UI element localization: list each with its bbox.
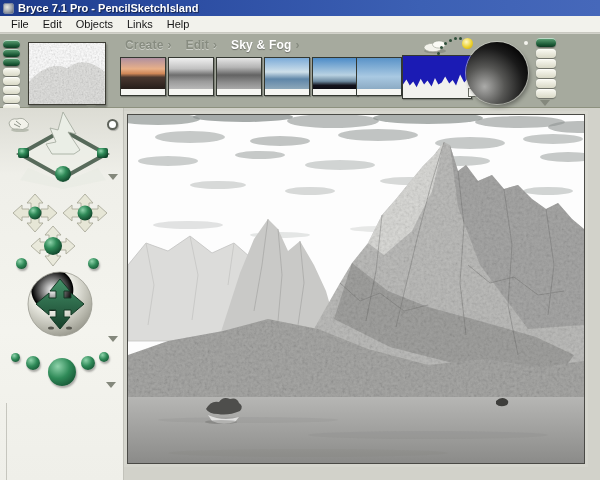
camera-trackball[interactable]	[27, 271, 93, 337]
camera-control-ball[interactable]	[16, 258, 27, 269]
trackball-marker-dot	[524, 41, 528, 45]
menu-objects[interactable]: Objects	[69, 17, 120, 31]
mode-tabs: Create › Edit › Sky & Fog ›	[125, 37, 314, 53]
sky-preset-gray-a[interactable]	[168, 57, 214, 96]
preset-strip	[265, 89, 309, 95]
bryce-window: Bryce 7.1 Pro - PencilSketchIsland File …	[0, 0, 600, 480]
sidebar-seam	[6, 403, 7, 480]
flyout-triangle-icon[interactable]	[108, 174, 118, 180]
left-pill-button-5[interactable]	[3, 77, 20, 85]
camera-pan-cross[interactable]	[30, 225, 76, 267]
sun-position-trackball[interactable]	[466, 42, 528, 104]
render-control-sphere[interactable]	[26, 356, 40, 370]
sky-preset-blue-haze[interactable]	[264, 57, 310, 96]
preset-image	[313, 58, 357, 89]
preset-strip	[217, 89, 261, 95]
rendered-scene	[128, 115, 584, 463]
preset-image	[217, 58, 261, 89]
sky-preset-sunset[interactable]	[120, 57, 166, 96]
left-pill-button-2[interactable]	[3, 49, 20, 57]
render-control-sphere[interactable]	[11, 353, 20, 362]
right-flyout-triangle-icon[interactable]	[540, 100, 550, 106]
camera-control-ball[interactable]	[88, 258, 99, 269]
chevron-right-icon: ›	[296, 38, 300, 52]
sun-icon[interactable]	[462, 38, 473, 49]
right-pill-button-2[interactable]	[536, 49, 556, 58]
tab-edit[interactable]: Edit ›	[186, 38, 217, 52]
menu-edit[interactable]: Edit	[36, 17, 69, 31]
tab-create[interactable]: Create ›	[125, 38, 172, 52]
left-pill-button-6[interactable]	[3, 86, 20, 94]
right-pill-button-4[interactable]	[536, 69, 556, 78]
sun-trail-dot	[444, 42, 447, 45]
render-viewport[interactable]	[124, 111, 588, 467]
title-bar[interactable]: Bryce 7.1 Pro - PencilSketchIsland	[0, 0, 600, 16]
sky-preset-clear-blue[interactable]	[356, 57, 402, 96]
tab-sky-fog[interactable]: Sky & Fog ›	[231, 38, 299, 52]
sun-trail-dot	[459, 37, 462, 40]
menu-file[interactable]: File	[4, 17, 36, 31]
preset-image	[121, 58, 165, 89]
bryce-app-icon	[3, 3, 14, 14]
menu-links[interactable]: Links	[120, 17, 160, 31]
left-pill-button-3[interactable]	[3, 58, 20, 66]
terrain-view-control[interactable]	[16, 110, 110, 190]
preset-image	[169, 58, 213, 89]
preset-strip	[169, 89, 213, 95]
flyout-triangle-icon[interactable]	[106, 382, 116, 388]
menu-help[interactable]: Help	[160, 17, 197, 31]
chevron-right-icon: ›	[213, 38, 217, 52]
chevron-right-icon: ›	[168, 38, 172, 52]
flyout-triangle-icon[interactable]	[108, 336, 118, 342]
render-control-sphere[interactable]	[48, 358, 76, 386]
preset-strip	[121, 89, 165, 95]
sun-trail-dot	[454, 37, 457, 40]
sky-preset-custom-histogram[interactable]	[402, 55, 472, 99]
menu-bar: File Edit Objects Links Help	[0, 16, 600, 33]
sun-trail-dot	[440, 46, 443, 49]
nano-preview[interactable]	[28, 42, 106, 105]
preset-image	[357, 58, 401, 89]
preset-strip	[357, 89, 401, 95]
sun-trail-dot	[437, 52, 440, 55]
camera-control-sidebar	[0, 108, 124, 480]
sun-trail-dot	[449, 39, 452, 42]
preset-strip	[313, 89, 357, 95]
sky-preset-storm[interactable]	[312, 57, 358, 96]
right-pill-button-6[interactable]	[536, 89, 556, 98]
left-pill-button-7[interactable]	[3, 95, 20, 103]
left-pill-button-1[interactable]	[3, 40, 20, 48]
render-control-sphere[interactable]	[99, 352, 109, 362]
right-pill-button-3[interactable]	[536, 59, 556, 68]
preset-image	[265, 58, 309, 89]
window-title: Bryce 7.1 Pro - PencilSketchIsland	[18, 2, 198, 14]
sky-fog-toolbar: Create › Edit › Sky & Fog ›	[0, 34, 600, 108]
right-pill-button-1[interactable]	[536, 38, 556, 47]
render-control-sphere[interactable]	[81, 356, 95, 370]
right-pill-button-5[interactable]	[536, 79, 556, 88]
left-pill-button-4[interactable]	[3, 68, 20, 76]
sky-preset-gray-b[interactable]	[216, 57, 262, 96]
